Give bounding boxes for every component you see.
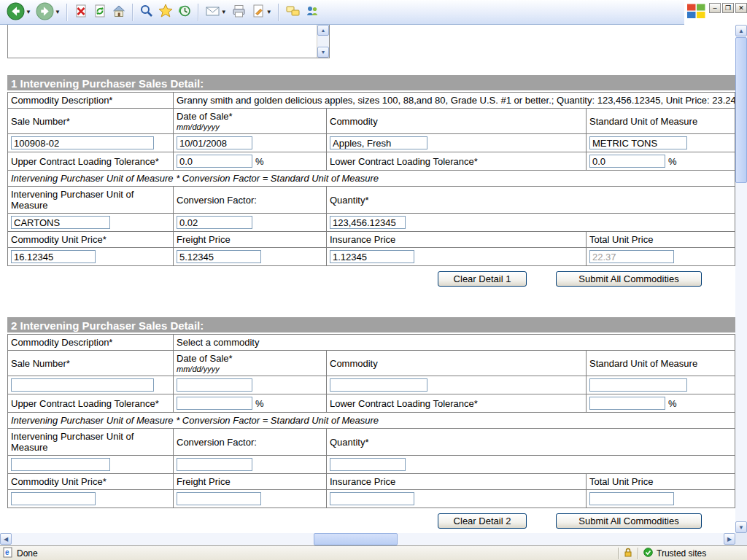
quantity-cell xyxy=(327,214,735,232)
date-of-sale-cell xyxy=(174,134,327,152)
upper-tolerance-label: Upper Contract Loading Tolerance* xyxy=(8,152,174,171)
conversion-factor-input[interactable] xyxy=(177,458,252,471)
clear-detail-1-button[interactable]: Clear Detail 1 xyxy=(438,271,527,287)
insurance-price-input[interactable] xyxy=(330,250,414,263)
percent-sign: % xyxy=(255,156,264,167)
home-button[interactable] xyxy=(109,1,128,23)
window-controls: – ❐ ✕ xyxy=(709,3,747,13)
section-2-header: 2 Intervening Purchaser Sales Detail: xyxy=(7,317,735,332)
sales-detail-section-1: 1 Intervening Purchaser Sales Detail: Co… xyxy=(7,75,735,287)
sale-number-input[interactable] xyxy=(11,378,154,392)
commodity-cell xyxy=(327,376,587,394)
commodity-cell xyxy=(327,134,587,152)
comments-textarea[interactable]: ▲ ▼ xyxy=(7,25,330,58)
security-pane xyxy=(618,548,638,559)
quantity-input[interactable] xyxy=(330,458,406,471)
mail-dropdown-icon[interactable]: ▼ xyxy=(221,9,227,15)
submit-all-commodities-button[interactable]: Submit All Commodities xyxy=(556,513,702,529)
total-unit-price-cell xyxy=(587,490,735,508)
refresh-button[interactable] xyxy=(90,1,109,23)
vertical-scrollbar[interactable]: ▲ ▼ xyxy=(735,25,747,533)
stop-icon xyxy=(74,4,88,20)
date-of-sale-input[interactable] xyxy=(177,136,252,149)
scroll-left-icon[interactable]: ◀ xyxy=(0,533,12,545)
horizontal-scrollbar[interactable]: ◀ ▶ xyxy=(0,533,735,545)
sale-number-cell xyxy=(8,134,174,152)
browser-toolbar: ▼ ▼ xyxy=(0,0,684,25)
date-of-sale-label: Date of Sale* mm/dd/yyyy xyxy=(174,351,327,376)
commodity-input[interactable] xyxy=(330,136,427,149)
intervening-uom-input[interactable] xyxy=(11,458,110,471)
freight-price-input[interactable] xyxy=(177,492,261,505)
standard-uom-label: Standard Unit of Measure xyxy=(587,109,735,134)
date-format-hint: mm/dd/yyyy xyxy=(177,122,323,131)
stop-button[interactable] xyxy=(71,1,90,23)
textarea-scroll-up-icon[interactable]: ▲ xyxy=(317,25,329,36)
conversion-factor-input[interactable] xyxy=(177,216,252,229)
freight-price-input[interactable] xyxy=(177,250,261,263)
sale-number-input[interactable] xyxy=(11,136,154,149)
textarea-scrollbar[interactable]: ▲ ▼ xyxy=(317,25,329,58)
total-unit-price-input[interactable] xyxy=(589,492,674,505)
sales-detail-section-2: 2 Intervening Purchaser Sales Detail: Co… xyxy=(7,317,735,529)
forward-icon xyxy=(36,2,54,23)
intervening-uom-label: Intervening Purchaser Unit of Measure xyxy=(8,429,174,456)
edit-dropdown-icon[interactable]: ▼ xyxy=(266,9,272,15)
forward-dropdown-icon[interactable]: ▼ xyxy=(55,9,61,15)
date-of-sale-label-text: Date of Sale* xyxy=(177,353,233,364)
commodity-input[interactable] xyxy=(330,378,427,392)
close-button[interactable]: ✕ xyxy=(735,3,747,13)
standard-uom-input[interactable] xyxy=(589,378,687,392)
home-icon xyxy=(112,4,126,20)
freight-price-cell xyxy=(174,248,327,266)
percent-sign: % xyxy=(668,398,677,409)
date-of-sale-input[interactable] xyxy=(177,378,252,392)
commodity-description-value: Granny smith and golden delicious apples… xyxy=(174,93,735,109)
forward-button[interactable]: ▼ xyxy=(34,1,63,23)
favorites-button[interactable] xyxy=(156,1,175,23)
vertical-scrollbar-thumb[interactable] xyxy=(735,37,747,183)
history-button[interactable] xyxy=(175,1,194,23)
standard-uom-input[interactable] xyxy=(589,136,687,149)
total-unit-price-cell xyxy=(587,248,735,266)
insurance-price-label: Insurance Price xyxy=(327,474,587,490)
lower-tolerance-cell: % xyxy=(587,394,735,413)
conversion-factor-label: Conversion Factor: xyxy=(174,187,327,214)
commodity-unit-price-cell xyxy=(8,490,174,508)
search-button[interactable] xyxy=(137,1,156,23)
upper-tolerance-input[interactable] xyxy=(177,155,252,168)
textarea-scroll-down-icon[interactable]: ▼ xyxy=(317,47,329,58)
clear-detail-2-button[interactable]: Clear Detail 2 xyxy=(438,513,527,529)
discuss-button[interactable] xyxy=(283,1,303,23)
date-of-sale-label-text: Date of Sale* xyxy=(177,111,233,122)
scroll-right-icon[interactable]: ▶ xyxy=(724,533,735,545)
back-dropdown-icon[interactable]: ▼ xyxy=(26,9,31,15)
print-icon xyxy=(231,4,247,20)
scroll-up-icon[interactable]: ▲ xyxy=(735,25,747,36)
mail-button[interactable]: ▼ xyxy=(203,1,229,23)
upper-tolerance-input[interactable] xyxy=(177,397,252,410)
edit-button[interactable]: ▼ xyxy=(249,1,274,23)
commodity-unit-price-label: Commodity Unit Price* xyxy=(8,474,174,490)
quantity-input[interactable] xyxy=(330,216,406,229)
svg-text:e: e xyxy=(5,548,9,556)
sale-number-label: Sale Number* xyxy=(8,109,174,134)
conversion-note: Intervening Purchaser Unit of Measure * … xyxy=(8,413,735,429)
minimize-button[interactable]: – xyxy=(709,3,721,13)
lower-tolerance-input[interactable] xyxy=(589,397,665,410)
messenger-button[interactable] xyxy=(303,1,322,23)
intervening-uom-input[interactable] xyxy=(11,216,110,229)
restore-button[interactable]: ❐ xyxy=(722,3,734,13)
horizontal-scrollbar-thumb[interactable] xyxy=(314,533,398,545)
lower-tolerance-input[interactable] xyxy=(589,155,665,168)
back-button[interactable]: ▼ xyxy=(4,1,34,23)
print-button[interactable] xyxy=(229,1,249,23)
submit-all-commodities-button[interactable]: Submit All Commodities xyxy=(556,271,702,287)
back-icon xyxy=(7,2,25,23)
insurance-price-input[interactable] xyxy=(330,492,414,505)
sales-detail-table-1: Commodity Description* Granny smith and … xyxy=(7,92,735,266)
scroll-down-icon[interactable]: ▼ xyxy=(735,521,747,533)
commodity-unit-price-input[interactable] xyxy=(11,250,96,263)
total-unit-price-label: Total Unit Price xyxy=(587,232,735,248)
commodity-unit-price-input[interactable] xyxy=(11,492,96,505)
